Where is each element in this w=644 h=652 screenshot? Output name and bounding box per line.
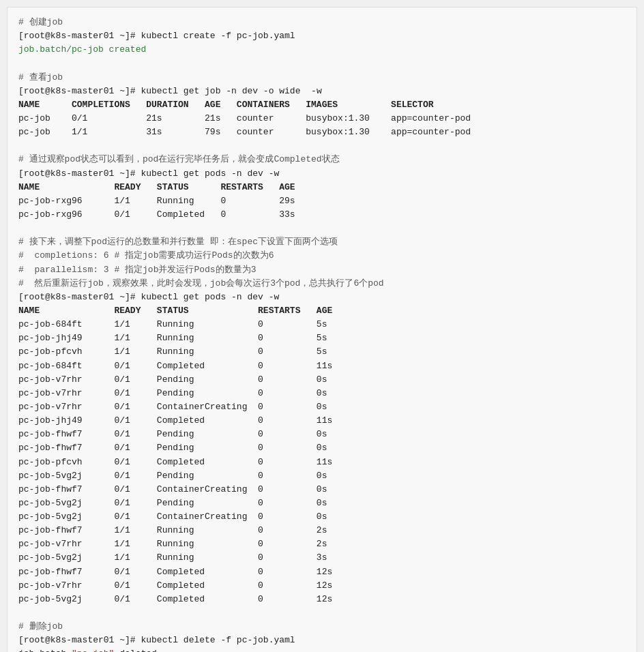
prompt: [root@k8s-master01 ~]# — [18, 31, 141, 41]
table-row: pc-job-jhj49 0/1 Completed 0 11s — [18, 415, 332, 426]
output-line: job.batch "pc-job" deleted — [18, 649, 157, 652]
table-row: pc-job 0/1 21s 21s counter busybox:1.30 … — [18, 113, 471, 123]
command: kubectl delete -f pc-job.yaml — [141, 635, 295, 645]
output-line: job.batch/pc-job created — [18, 44, 146, 55]
table-row: pc-job-fhwf7 0/1 Pending 0 0s — [18, 429, 327, 439]
comment-line: # parallelism: 3 # 指定job并发运行Pods的数量为3 — [18, 265, 256, 275]
table-header: NAME COMPLETIONS DURATION AGE CONTAINERS… — [18, 100, 434, 110]
comment-line: # 通过观察pod状态可以看到，pod在运行完毕任务后，就会变成Complete… — [18, 154, 340, 164]
table-row: pc-job-fhwf7 0/1 Pending 0 0s — [18, 443, 327, 453]
prompt: [root@k8s-master01 ~]# — [18, 635, 141, 645]
table-row: pc-job-5vg2j 0/1 Pending 0 0s — [18, 471, 327, 481]
table-row: pc-job-rxg96 1/1 Running 0 29s — [18, 196, 295, 206]
table-row: pc-job-684ft 1/1 Running 0 5s — [18, 319, 327, 329]
table-row: pc-job-rxg96 0/1 Completed 0 33s — [18, 209, 295, 220]
table-row: pc-job-5vg2j 0/1 Completed 0 12s — [18, 594, 332, 604]
table-row: pc-job-fhwf7 0/1 ContainerCreating 0 0s — [18, 484, 327, 494]
table-row: pc-job-pfcvh 1/1 Running 0 5s — [18, 346, 327, 357]
table-row: pc-job-v7rhr 0/1 ContainerCreating 0 0s — [18, 402, 327, 412]
comment-line: # 创建job — [18, 17, 63, 27]
command: kubectl get pods -n dev -w — [141, 292, 279, 302]
command: kubectl get job -n dev -o wide -w — [141, 86, 321, 96]
terminal-container: # 创建job [root@k8s-master01 ~]# kubectl c… — [7, 7, 637, 652]
table-row: pc-job-v7rhr 0/1 Pending 0 0s — [18, 388, 327, 398]
table-row: pc-job-v7rhr 0/1 Pending 0 0s — [18, 374, 327, 385]
table-row: pc-job-pfcvh 0/1 Completed 0 11s — [18, 457, 332, 467]
comment-line: # 删除job — [18, 621, 63, 632]
prompt: [root@k8s-master01 ~]# — [18, 168, 141, 179]
table-row: pc-job-5vg2j 0/1 ContainerCreating 0 0s — [18, 512, 327, 522]
table-row: pc-job-v7rhr 1/1 Running 0 2s — [18, 539, 327, 549]
table-row: pc-job-684ft 0/1 Completed 0 11s — [18, 361, 332, 371]
prompt: [root@k8s-master01 ~]# — [18, 292, 141, 302]
prompt: [root@k8s-master01 ~]# — [18, 86, 141, 96]
table-row: pc-job-jhj49 1/1 Running 0 5s — [18, 333, 327, 343]
command: kubectl get pods -n dev -w — [141, 168, 279, 179]
table-row: pc-job 1/1 31s 79s counter busybox:1.30 … — [18, 127, 471, 137]
table-row: pc-job-5vg2j 1/1 Running 0 3s — [18, 552, 327, 563]
table-row: pc-job-fhwf7 1/1 Running 0 2s — [18, 525, 327, 535]
comment-line: # 接下来，调整下pod运行的总数量和并行数量 即：在spec下设置下面两个选项 — [18, 237, 338, 247]
table-row: pc-job-v7rhr 0/1 Completed 0 12s — [18, 580, 332, 591]
table-row: pc-job-5vg2j 0/1 Pending 0 0s — [18, 498, 327, 508]
command: kubectl create -f pc-job.yaml — [141, 31, 295, 41]
table-header: NAME READY STATUS RESTARTS AGE — [18, 306, 332, 316]
table-row: pc-job-fhwf7 0/1 Completed 0 12s — [18, 567, 332, 577]
comment-line: # 然后重新运行job，观察效果，此时会发现，job会每次运行3个pod，总共执… — [18, 278, 384, 288]
comment-line: # completions: 6 # 指定job需要成功运行Pods的次数为6 — [18, 250, 274, 261]
table-header: NAME READY STATUS RESTARTS AGE — [18, 182, 295, 192]
comment-line: # 查看job — [18, 72, 63, 83]
